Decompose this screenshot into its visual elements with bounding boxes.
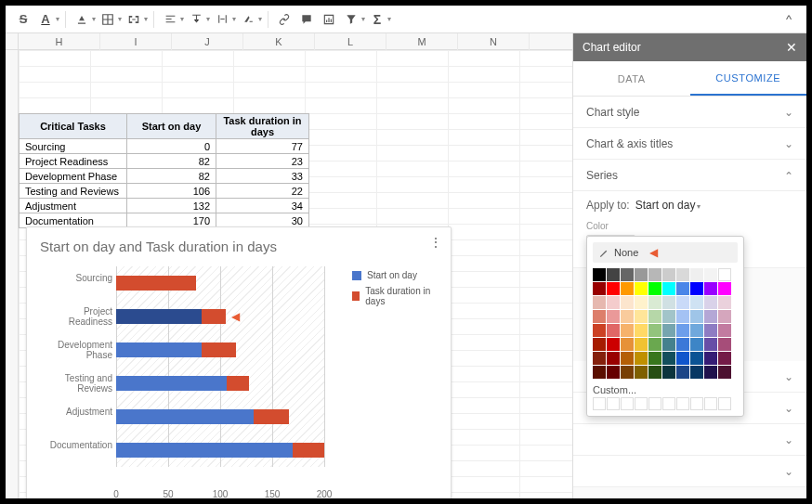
color-swatch[interactable] bbox=[676, 324, 689, 337]
color-swatch[interactable] bbox=[690, 352, 703, 365]
color-swatch[interactable] bbox=[704, 366, 717, 379]
table-cell[interactable]: 106 bbox=[127, 184, 216, 199]
table-header[interactable]: Start on day bbox=[127, 114, 216, 139]
chart-menu-icon[interactable]: ⋮ bbox=[428, 235, 443, 250]
color-swatch[interactable] bbox=[635, 324, 648, 337]
custom-color-slot[interactable] bbox=[718, 397, 731, 410]
color-swatch[interactable] bbox=[593, 310, 606, 323]
color-swatch[interactable] bbox=[718, 352, 731, 365]
color-swatch[interactable] bbox=[662, 338, 675, 351]
accordion-series[interactable]: Series⌄ bbox=[573, 160, 806, 191]
color-swatch[interactable] bbox=[690, 268, 703, 281]
color-swatch[interactable] bbox=[648, 310, 661, 323]
color-swatch[interactable] bbox=[621, 296, 634, 309]
tab-data[interactable]: DATA bbox=[573, 61, 690, 96]
table-cell[interactable]: 33 bbox=[216, 169, 309, 184]
table-row[interactable]: Adjustment13234 bbox=[20, 199, 309, 213]
strike-icon[interactable]: S bbox=[13, 9, 33, 30]
color-swatch[interactable] bbox=[621, 352, 634, 365]
color-swatch[interactable] bbox=[635, 268, 648, 281]
column-header[interactable]: H bbox=[19, 33, 100, 50]
color-swatch[interactable] bbox=[607, 310, 620, 323]
color-swatch[interactable] bbox=[621, 366, 634, 379]
color-swatch[interactable] bbox=[593, 366, 606, 379]
filter-icon[interactable] bbox=[341, 9, 361, 30]
table-cell[interactable]: 82 bbox=[127, 154, 216, 169]
valign-icon[interactable] bbox=[186, 9, 206, 30]
color-swatch[interactable] bbox=[607, 296, 620, 309]
chart-bar[interactable] bbox=[116, 276, 196, 291]
custom-color-slot[interactable] bbox=[690, 397, 703, 410]
color-swatch[interactable] bbox=[662, 296, 675, 309]
color-swatch[interactable] bbox=[621, 282, 634, 295]
table-row[interactable]: Project Readiness8223 bbox=[20, 154, 309, 169]
column-header[interactable]: K bbox=[243, 33, 315, 50]
table-cell[interactable]: 22 bbox=[216, 184, 309, 199]
color-swatch[interactable] bbox=[648, 282, 661, 295]
color-swatch[interactable] bbox=[607, 366, 620, 379]
color-swatch[interactable] bbox=[621, 338, 634, 351]
table-cell[interactable]: 23 bbox=[216, 154, 309, 169]
color-swatch[interactable] bbox=[648, 324, 661, 337]
table-row[interactable]: Sourcing077 bbox=[20, 139, 309, 154]
color-swatch[interactable] bbox=[704, 310, 717, 323]
color-swatch[interactable] bbox=[718, 338, 731, 351]
color-swatch[interactable] bbox=[704, 282, 717, 295]
color-swatch[interactable] bbox=[635, 282, 648, 295]
apply-to-dropdown[interactable]: Start on day ▾ bbox=[635, 199, 701, 212]
color-swatch[interactable] bbox=[607, 352, 620, 365]
close-icon[interactable]: ✕ bbox=[786, 40, 797, 55]
color-swatch[interactable] bbox=[704, 352, 717, 365]
color-swatch[interactable] bbox=[718, 296, 731, 309]
comment-icon[interactable] bbox=[296, 9, 317, 30]
table-row[interactable]: Testing and Reviews10622 bbox=[20, 184, 309, 199]
color-swatch[interactable] bbox=[593, 352, 606, 365]
table-row[interactable]: Development Phase8233 bbox=[20, 169, 309, 184]
legend-item[interactable]: Task duration in days bbox=[352, 286, 438, 306]
color-swatch[interactable] bbox=[690, 366, 703, 379]
merge-icon[interactable] bbox=[124, 9, 144, 30]
table-cell[interactable]: Sourcing bbox=[20, 139, 127, 154]
color-swatch[interactable] bbox=[690, 282, 703, 295]
column-header[interactable]: N bbox=[458, 33, 530, 50]
color-swatch[interactable] bbox=[676, 282, 689, 295]
custom-color-slot[interactable] bbox=[704, 397, 717, 410]
halign-icon[interactable] bbox=[160, 9, 180, 30]
fill-color-icon[interactable] bbox=[72, 9, 92, 30]
custom-color-slot[interactable] bbox=[648, 397, 661, 410]
table-header[interactable]: Task duration in days bbox=[216, 114, 309, 139]
legend-item[interactable]: Start on day bbox=[352, 270, 438, 280]
color-swatch[interactable] bbox=[621, 310, 634, 323]
color-swatch[interactable] bbox=[718, 310, 731, 323]
color-swatch[interactable] bbox=[648, 296, 661, 309]
chart[interactable]: ⋮ Start on day and Task duration in days… bbox=[26, 226, 452, 498]
color-swatch[interactable] bbox=[635, 366, 648, 379]
spreadsheet[interactable]: HIJKLMN Critical TasksStart on dayTask d… bbox=[6, 33, 572, 498]
text-color-icon[interactable]: A bbox=[35, 9, 56, 30]
color-swatch[interactable] bbox=[676, 352, 689, 365]
chart-icon[interactable] bbox=[319, 9, 339, 30]
color-swatch[interactable] bbox=[690, 296, 703, 309]
color-swatch[interactable] bbox=[662, 282, 675, 295]
collapse-toolbar-icon[interactable]: ^ bbox=[779, 9, 799, 30]
custom-color-slot[interactable] bbox=[593, 397, 606, 410]
table-header[interactable]: Critical Tasks bbox=[20, 114, 127, 139]
accordion-item[interactable]: ⌄ bbox=[573, 424, 806, 456]
custom-color-label[interactable]: Custom... bbox=[593, 384, 738, 395]
color-swatch[interactable] bbox=[718, 268, 731, 281]
table-cell[interactable]: Project Readiness bbox=[20, 154, 127, 169]
color-swatch[interactable] bbox=[635, 310, 648, 323]
chart-bar[interactable] bbox=[116, 443, 324, 458]
custom-color-slot[interactable] bbox=[635, 397, 648, 410]
color-swatch[interactable] bbox=[662, 324, 675, 337]
functions-icon[interactable]: Σ bbox=[367, 9, 387, 30]
color-swatch[interactable] bbox=[690, 324, 703, 337]
link-icon[interactable] bbox=[274, 9, 295, 30]
color-swatch[interactable] bbox=[662, 366, 675, 379]
data-table[interactable]: Critical TasksStart on dayTask duration … bbox=[19, 113, 309, 228]
color-swatch[interactable] bbox=[635, 296, 648, 309]
color-swatch[interactable] bbox=[718, 366, 731, 379]
color-swatch[interactable] bbox=[607, 282, 620, 295]
wrap-icon[interactable] bbox=[212, 9, 232, 30]
color-swatch[interactable] bbox=[718, 324, 731, 337]
